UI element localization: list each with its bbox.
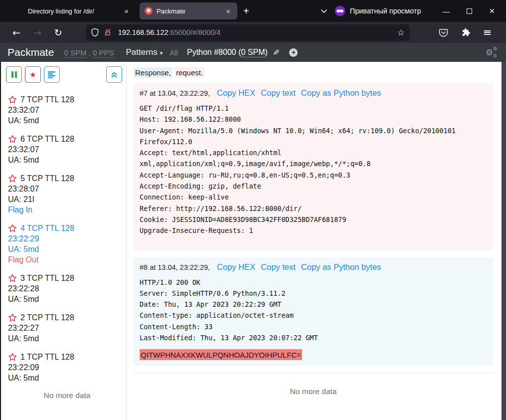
page-scrollbar[interactable] — [502, 62, 506, 420]
packmate-navbar: Packmate 0 SPM , 0 PPS Patterns▾ All Pyt… — [0, 43, 506, 62]
copy-hex-link[interactable]: Copy HEX — [217, 88, 255, 98]
back-button[interactable]: ← — [6, 27, 27, 38]
stream-title: 6 TCP TTL 128 — [20, 134, 74, 144]
stream-ua: UA: 5md — [8, 333, 126, 344]
tab-close-icon[interactable]: × — [224, 7, 232, 15]
stream-star-icon[interactable] — [8, 224, 17, 232]
stream-star-icon[interactable] — [8, 274, 17, 282]
gear-icon-small: ⚙ — [493, 46, 498, 51]
pattern-close-paren: ) — [265, 48, 268, 56]
stats-separator: , — [86, 48, 93, 57]
stream-ua: UA: 5md — [8, 373, 126, 383]
stream-ua: UA: 5md — [8, 244, 126, 254]
copy-hex-link[interactable]: Copy HEX — [217, 262, 255, 272]
favorites-filter-button[interactable]: ★ — [25, 66, 41, 83]
flag-highlight: QITWPHNAXXKWULPQNHOAJDYOIHPULFC= — [140, 349, 302, 360]
settings-cogs-icon[interactable]: ⚙ ⚙ ⚙ — [486, 47, 499, 58]
add-pattern-button[interactable]: + — [289, 48, 298, 57]
tracking-shield-icon[interactable] — [91, 28, 99, 37]
close-window-button[interactable]: × — [481, 0, 503, 22]
browser-tab-packmate[interactable]: Packmate × — [140, 2, 237, 19]
stream-item-5[interactable]: 5 TCP TTL 128 23:28:07 UA: 21l Flag In — [8, 173, 126, 215]
stream-time: 23:22:27 — [8, 323, 126, 333]
url-text[interactable]: 192.168.56.122:65000/#/8000/4 — [118, 28, 221, 36]
stream-time: 23:28:07 — [8, 184, 126, 194]
tab-close-icon[interactable]: × — [122, 7, 131, 15]
url-bar[interactable]: 192.168.56.122:65000/#/8000/4 ☆ — [86, 24, 410, 41]
stream-time: 23:22:28 — [8, 283, 126, 294]
browser-tab-directory-listing[interactable]: Directory listing for /dir/ × — [4, 2, 136, 19]
packet-header: #8 at 13.04, 23:22:29, Copy HEX Copy tex… — [140, 262, 487, 272]
list-all-tabs-button[interactable] — [314, 9, 335, 13]
stream-time: 23:22:29 — [8, 233, 126, 244]
stream-ua: UA: 21l — [8, 194, 126, 205]
filter-all-link[interactable]: All — [169, 48, 178, 57]
patterns-label: Patterns — [126, 47, 157, 57]
stream-star-icon[interactable] — [8, 353, 17, 361]
url-path: :65000/#/8000/4 — [169, 28, 221, 36]
content-divider — [134, 373, 493, 373]
packet-id: #7 at 13.04, 23:22:29, — [140, 89, 210, 97]
stream-item-7[interactable]: 7 TCP TTL 128 23:32:07 UA: 5md — [8, 94, 126, 126]
stream-title: 1 TCP TTL 128 — [20, 352, 74, 362]
save-to-pocket-icon[interactable] — [439, 28, 448, 37]
stream-time: 23:32:07 — [8, 105, 126, 115]
hamburger-menu-icon[interactable]: ≡ — [483, 26, 492, 38]
stream-ua: UA: 5md — [8, 115, 126, 126]
main-no-more-data: No more data — [134, 387, 493, 396]
stream-star-icon[interactable] — [8, 313, 17, 322]
stream-list: 7 TCP TTL 128 23:32:07 UA: 5md 6 TCP TTL… — [6, 94, 126, 400]
gear-icon: ⚙ — [486, 47, 493, 57]
insecure-lock-icon[interactable] — [104, 28, 112, 36]
app-body: ★ — [0, 62, 506, 420]
pause-icon — [11, 71, 17, 78]
extensions-puzzle-icon[interactable] — [461, 28, 470, 37]
sidebar-no-more-data: No more data — [8, 391, 126, 400]
stream-ua: UA: 5md — [8, 294, 126, 304]
stream-tag-flag-out[interactable]: Flag Out — [8, 254, 126, 265]
stream-star-icon[interactable] — [8, 174, 17, 183]
app-brand[interactable]: Packmate — [7, 46, 54, 58]
bookmark-star-icon[interactable]: ☆ — [397, 27, 405, 37]
maximize-button[interactable] — [458, 0, 481, 22]
new-tab-button[interactable]: + — [237, 5, 255, 17]
edit-pattern-button[interactable]: ✎ — [273, 48, 279, 57]
stream-time: 23:32:07 — [8, 144, 126, 155]
copy-text-link[interactable]: Copy text — [261, 88, 296, 98]
caret-down-icon: ▾ — [160, 50, 163, 56]
stream-ua: UA: 5md — [8, 155, 126, 165]
copy-python-link[interactable]: Copy as Python bytes — [301, 88, 381, 98]
current-pattern[interactable]: Python #8000 (0 SPM) — [187, 48, 268, 57]
minimize-button[interactable]: — — [434, 0, 458, 22]
direction-legend: Response, request. — [134, 68, 493, 77]
star-icon: ★ — [29, 70, 36, 79]
stream-title: 7 TCP TTL 128 — [20, 94, 74, 105]
collapse-sidebar-button[interactable] — [106, 66, 122, 83]
patterns-dropdown[interactable]: Patterns▾ — [126, 47, 163, 57]
toolbar-right-icons: ≡ — [439, 26, 492, 38]
stream-item-4-selected[interactable]: 4 TCP TTL 128 23:22:29 UA: 5md Flag Out — [8, 223, 126, 265]
sidebar-controls: ★ — [6, 66, 126, 83]
traffic-stats: 0 SPM , 0 PPS — [64, 48, 114, 57]
stream-tag-flag-in[interactable]: Flag In — [8, 205, 126, 215]
chevrons-up-icon — [111, 71, 118, 78]
copy-python-link[interactable]: Copy as Python bytes — [301, 262, 381, 272]
stream-sidebar: ★ — [1, 62, 127, 420]
stream-star-icon[interactable] — [8, 95, 17, 104]
copy-text-link[interactable]: Copy text — [261, 262, 296, 272]
stream-item-3[interactable]: 3 TCP TTL 128 23:22:28 UA: 5md — [8, 273, 126, 304]
maximize-icon — [467, 8, 472, 14]
pause-capture-button[interactable] — [6, 66, 22, 83]
reload-button[interactable]: ↻ — [48, 27, 69, 38]
browser-tab-strip: Directory listing for /dir/ × Packmate ×… — [0, 0, 506, 22]
private-browsing-label: Приватный просмотр — [350, 7, 421, 15]
packet-block-8: #8 at 13.04, 23:22:29, Copy HEX Copy tex… — [134, 257, 493, 366]
chevron-down-icon — [321, 9, 328, 13]
private-browsing-badge: Приватный просмотр — [335, 5, 421, 16]
stream-item-1[interactable]: 1 TCP TTL 128 23:22:09 UA: 5md — [8, 352, 126, 383]
stream-title: 4 TCP TTL 128 — [20, 223, 74, 233]
stream-item-6[interactable]: 6 TCP TTL 128 23:32:07 UA: 5md — [8, 134, 126, 165]
stream-item-2[interactable]: 2 TCP TTL 128 23:22:27 UA: 5md — [8, 312, 126, 344]
protocols-filter-button[interactable] — [44, 66, 60, 83]
stream-star-icon[interactable] — [8, 135, 17, 143]
